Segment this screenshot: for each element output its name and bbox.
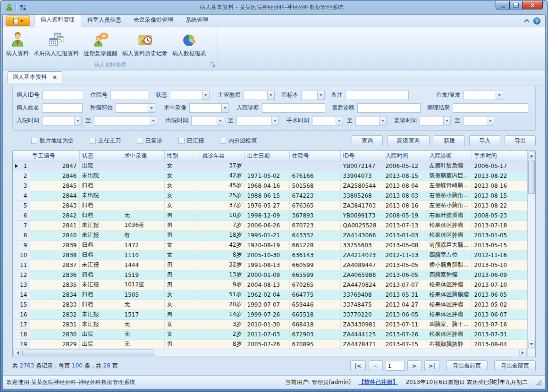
column-header[interactable]: 入院时间 — [383, 151, 427, 161]
table-cell[interactable]: 2011-07-03 — [244, 329, 289, 339]
filter-combo[interactable] — [420, 116, 451, 125]
ribbon-button-data-report[interactable]: 病人数据报表 — [170, 31, 209, 58]
table-cell[interactable]: 2013-08-15 — [383, 171, 427, 181]
table-cell[interactable]: 女 — [164, 290, 200, 300]
table-row[interactable]: 152833归档无女20岁1993-07-0765944633748475201… — [13, 300, 527, 309]
table-row[interactable]: 62842归档无男10岁1998-12-09367893YB0099173200… — [13, 210, 527, 220]
table-cell[interactable]: 2013-08-22 — [472, 171, 527, 181]
advanced-query-button[interactable]: 高级查询 — [387, 135, 430, 146]
row-selector-cell[interactable]: 8 — [13, 230, 30, 240]
table-cell[interactable]: 2004-08-13 — [244, 280, 289, 290]
combo-dropdown-button[interactable] — [271, 117, 278, 125]
table-cell[interactable]: 33770220 — [340, 309, 383, 319]
filter-checkbox[interactable]: 胶片地址为空 — [31, 137, 74, 145]
export-button[interactable]: 导出 — [505, 135, 536, 146]
table-cell[interactable]: 1036蓝 — [122, 220, 164, 230]
table-cell[interactable]: 2013-08-04 — [383, 181, 427, 191]
filter-combo[interactable] — [463, 116, 494, 125]
table-cell[interactable]: 1991-08-13 — [244, 260, 289, 270]
table-row[interactable]: 52843归档女37岁1976-05-27676365ZA38417032013… — [13, 200, 527, 210]
table-cell[interactable]: 636143 — [289, 250, 340, 260]
table-row[interactable]: 42844未出院女25岁1988-06-15674223338052682013… — [13, 191, 527, 200]
checkbox-box[interactable] — [220, 138, 226, 144]
table-row[interactable]: 192829出院无男8岁2005-07-26670895ZA4478471201… — [13, 339, 527, 349]
software-registered-link[interactable]: 【软件已注册】 — [358, 378, 398, 386]
table-cell[interactable]: 女 — [164, 200, 200, 210]
maximize-button[interactable] — [509, 1, 522, 9]
table-cell[interactable]: 665518 — [289, 309, 340, 319]
collapse-ribbon-icon[interactable] — [524, 19, 529, 24]
ribbon-button-postop-report[interactable]: 术后病人汇报资料 — [31, 31, 81, 58]
table-cell[interactable]: 右侧桥小脑角... — [427, 191, 472, 200]
table-cell[interactable]: 672903 — [289, 329, 340, 339]
table-cell[interactable]: 660599 — [289, 260, 340, 270]
table-cell[interactable]: 664775 — [289, 290, 340, 300]
table-cell[interactable]: 2845 — [30, 181, 79, 191]
table-cell[interactable]: 前颅底巨大脑... — [427, 240, 472, 250]
column-header[interactable] — [13, 151, 30, 161]
filter-combo[interactable] — [236, 116, 279, 125]
table-cell[interactable]: 女 — [164, 171, 200, 181]
table-cell[interactable]: 18岁 — [200, 230, 244, 240]
table-cell[interactable]: 未汇报 — [79, 319, 122, 329]
table-cell[interactable]: 未汇报 — [79, 260, 122, 270]
table-cell[interactable]: 松果体区肿瘤 — [427, 329, 472, 339]
table-row[interactable]: 12847出院女37岁YB00721472006-05-12左额叶胶质瘤2006… — [13, 161, 527, 171]
filter-checkbox[interactable]: 内分泌检查 — [220, 137, 257, 145]
horizontal-scroll-track[interactable] — [21, 349, 519, 357]
table-cell[interactable]: ZA2580544 — [340, 181, 383, 191]
table-cell[interactable]: 670895 — [289, 339, 340, 349]
table-cell[interactable]: 2013-01-05 — [472, 230, 527, 240]
column-header[interactable]: 出生日期 — [244, 151, 289, 161]
table-cell[interactable]: 33805268 — [340, 191, 383, 200]
table-cell[interactable]: 2岁 — [200, 329, 244, 339]
table-cell[interactable]: 2013-07-07 — [383, 280, 427, 290]
row-selector-cell[interactable]: 14 — [13, 290, 30, 300]
table-cell[interactable] — [122, 191, 164, 200]
table-cell[interactable]: 33748475 — [340, 300, 383, 309]
scroll-up-button[interactable] — [528, 151, 535, 159]
table-cell[interactable]: 2013-05-02 — [472, 300, 527, 309]
export-current-page-button[interactable]: 导出当前页 — [446, 360, 488, 371]
table-cell[interactable]: 有 — [122, 230, 164, 240]
table-row[interactable]: 72841未汇报1036蓝男7岁2006-06-26670723QA002552… — [13, 220, 527, 230]
column-header[interactable]: 手术时间 — [472, 151, 527, 161]
row-selector-cell[interactable]: 19 — [13, 339, 30, 349]
table-cell[interactable]: 42岁 — [200, 171, 244, 181]
table-cell[interactable]: ZA4444125 — [340, 329, 383, 339]
table-cell[interactable]: 男 — [164, 309, 200, 319]
scroll-right-button[interactable] — [519, 350, 527, 356]
table-cell[interactable]: 1993-07-07 — [244, 300, 289, 309]
checkbox-box[interactable] — [178, 138, 185, 144]
table-cell[interactable]: 2012-11-13 — [383, 250, 427, 260]
table-cell[interactable]: 归档 — [79, 250, 122, 260]
table-cell[interactable]: 7岁 — [200, 220, 244, 230]
import-button[interactable]: 导入 — [469, 135, 500, 146]
table-cell[interactable]: 13岁 — [200, 270, 244, 280]
table-cell[interactable] — [122, 181, 164, 191]
table-cell[interactable]: 男 — [164, 230, 200, 240]
table-cell[interactable]: 2013-07-15 — [383, 339, 427, 349]
table-cell[interactable]: 2013-07-31 — [472, 329, 527, 339]
table-cell[interactable]: 2847 — [30, 161, 79, 171]
table-row[interactable]: 122836归档1519男13岁2000-01-09665599ZA406598… — [13, 270, 527, 280]
table-cell[interactable]: 1968-04-16 — [244, 181, 289, 191]
table-cell[interactable]: 2013-06-05 — [383, 270, 427, 280]
table-cell[interactable]: 松果体区脑膜瘤 — [427, 290, 472, 300]
table-cell[interactable]: 676365 — [289, 200, 340, 210]
table-cell[interactable]: 松果体区肿瘤 — [427, 280, 472, 290]
table-cell[interactable]: 665599 — [289, 270, 340, 280]
table-row[interactable]: 82840未汇报有男18岁1995-01-21643332ZA414306620… — [13, 230, 527, 240]
table-cell[interactable]: 2831 — [30, 319, 79, 329]
table-cell[interactable]: 2013-08-22 — [472, 200, 527, 210]
filter-checkbox[interactable]: 主任主刀 — [90, 137, 121, 145]
row-selector-cell[interactable]: 9 — [13, 240, 30, 250]
column-header[interactable]: 性别 — [164, 151, 200, 161]
table-cell[interactable]: 2013-07-18 — [472, 220, 527, 230]
scroll-left-button[interactable] — [13, 350, 21, 356]
table-row[interactable]: 142834归档1505女51岁1962-02-0466477533769408… — [13, 290, 527, 300]
table-cell[interactable]: 无 — [122, 339, 164, 349]
ribbon-tab[interactable]: 病人资料管理 — [34, 14, 81, 27]
column-header[interactable]: 手工编号 — [30, 151, 79, 161]
table-cell[interactable]: 女 — [164, 319, 200, 329]
